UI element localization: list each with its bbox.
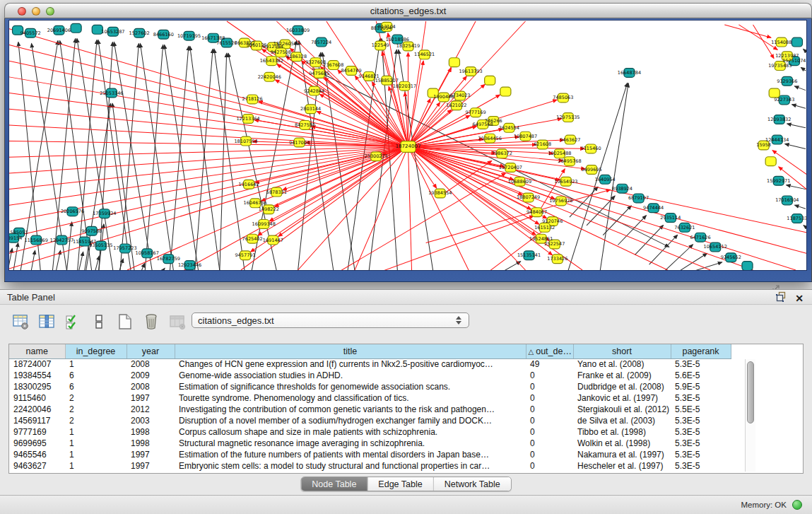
table-row[interactable]: 977716911998Corpus callosum shape and si… xyxy=(9,426,731,438)
column-header-pagerank[interactable]: pagerank xyxy=(671,344,731,358)
cell-out_degree[interactable]: 0 xyxy=(526,415,573,426)
cell-title[interactable]: Tourette syndrome. Phenomenology and cla… xyxy=(175,392,526,404)
cell-year[interactable]: 2012 xyxy=(126,404,175,415)
show-columns-button[interactable] xyxy=(37,313,56,331)
network-canvas[interactable]: 9405572206914061065328715276028466160107… xyxy=(8,20,807,271)
zoom-window-button[interactable] xyxy=(46,7,54,16)
table-selector-dropdown[interactable]: citations_edges.txt xyxy=(192,313,469,328)
cell-year[interactable]: 1997 xyxy=(126,392,175,404)
cell-name[interactable]: 22420046 xyxy=(9,404,65,415)
cell-out_degree[interactable]: 0 xyxy=(526,449,573,460)
cell-pagerank[interactable]: 5.3E-5 xyxy=(671,438,731,449)
cell-short[interactable]: Stergiakouli et al. (2012) xyxy=(573,404,671,415)
cell-out_degree[interactable]: 0 xyxy=(526,460,573,472)
cell-in_degree[interactable]: 2 xyxy=(65,392,126,404)
cell-name[interactable]: 9463627 xyxy=(9,460,65,472)
graph-node[interactable] xyxy=(765,157,776,166)
tab-node-table[interactable]: Node Table xyxy=(301,477,367,491)
resize-grip-icon[interactable] xyxy=(772,282,780,289)
row-selection-mode-button[interactable] xyxy=(64,313,82,331)
cell-short[interactable]: Dudbridge et al. (2008) xyxy=(573,381,671,392)
cell-in_degree[interactable]: 1 xyxy=(65,438,126,449)
cell-out_degree[interactable]: 0 xyxy=(526,370,573,381)
graph-node[interactable] xyxy=(485,76,495,85)
column-header-name[interactable]: name xyxy=(9,344,65,358)
cell-pagerank[interactable]: 5.3E-5 xyxy=(671,392,731,404)
cell-name[interactable]: 9465546 xyxy=(9,449,65,460)
column-header-title[interactable]: title xyxy=(175,344,526,358)
cell-short[interactable]: Wolkin et al. (1998) xyxy=(573,438,671,449)
cell-title[interactable]: Estimation of the future numbers of pati… xyxy=(175,449,526,460)
cell-in_degree[interactable]: 1 xyxy=(65,460,126,472)
table-row[interactable]: 946554611997Estimation of the future num… xyxy=(9,449,731,460)
cell-short[interactable]: Hescheler et al. (1997) xyxy=(573,460,671,472)
cell-pagerank[interactable]: 5.5E-5 xyxy=(671,404,731,415)
cell-in_degree[interactable]: 1 xyxy=(65,449,126,460)
cell-year[interactable]: 1997 xyxy=(126,460,175,472)
cell-out_degree[interactable]: 0 xyxy=(526,438,573,449)
graph-node[interactable] xyxy=(792,37,802,47)
cell-name[interactable]: 9699695 xyxy=(9,438,65,449)
cell-title[interactable]: Structural magnetic resonance image aver… xyxy=(175,438,526,449)
table-vertical-scrollbar[interactable] xyxy=(745,359,755,472)
cell-in_degree[interactable]: 1 xyxy=(65,358,126,370)
cell-year[interactable]: 2008 xyxy=(126,381,175,392)
cell-title[interactable]: Corpus callosum shape and size in male p… xyxy=(175,426,526,438)
cell-in_degree[interactable]: 2 xyxy=(65,404,126,415)
cell-in_degree[interactable]: 6 xyxy=(65,381,126,392)
cell-name[interactable]: 18300295 xyxy=(9,381,65,392)
toggle-row-height-button[interactable] xyxy=(90,313,108,331)
table-row[interactable]: 1830029562008Estimation of significance … xyxy=(9,381,731,392)
cell-pagerank[interactable]: 5.3E-5 xyxy=(671,460,731,472)
cell-title[interactable]: Embryonic stem cells: a model to study s… xyxy=(175,460,526,472)
column-header-in-degree[interactable]: in_degree xyxy=(65,344,126,358)
cell-pagerank[interactable]: 5.9E-5 xyxy=(671,381,731,392)
table-options-button[interactable] xyxy=(11,313,30,331)
cell-out_degree[interactable]: 0 xyxy=(526,426,573,438)
cell-name[interactable]: 18724007 xyxy=(9,358,65,370)
minimize-window-button[interactable] xyxy=(32,7,40,16)
cell-out_degree[interactable]: 49 xyxy=(526,358,573,370)
table-row[interactable]: 969969511998Structural magnetic resonanc… xyxy=(9,438,731,449)
cell-short[interactable]: de Silva et al. (2003) xyxy=(573,415,671,426)
table-row[interactable]: 911546021997Tourette syndrome. Phenomeno… xyxy=(9,392,731,404)
cell-short[interactable]: Tibbo et al. (1998) xyxy=(573,426,671,438)
graph-node[interactable] xyxy=(71,23,81,33)
cell-short[interactable]: Franke et al. (2009) xyxy=(573,370,671,381)
cell-out_degree[interactable]: 0 xyxy=(526,381,573,392)
cell-name[interactable]: 14569117 xyxy=(9,415,65,426)
table-row[interactable]: 946362711997Embryonic stem cells: a mode… xyxy=(9,460,731,472)
cell-short[interactable]: Nakamura et al. (1997) xyxy=(573,449,671,460)
cell-year[interactable]: 2009 xyxy=(126,370,175,381)
table-row[interactable]: 1938455462009Genome-wide association stu… xyxy=(9,370,731,381)
tab-edge-table[interactable]: Edge Table xyxy=(367,477,433,491)
cell-short[interactable]: Yano et al. (2008) xyxy=(573,358,671,370)
cell-name[interactable]: 19384554 xyxy=(9,370,65,381)
cell-name[interactable]: 9777169 xyxy=(9,426,65,438)
cell-pagerank[interactable]: 5.6E-5 xyxy=(671,370,731,381)
graph-node[interactable] xyxy=(449,58,459,67)
column-header-short[interactable]: short xyxy=(573,344,671,358)
float-panel-icon[interactable] xyxy=(776,291,787,305)
cell-year[interactable]: 2008 xyxy=(126,358,175,370)
cell-in_degree[interactable]: 2 xyxy=(65,415,126,426)
close-window-button[interactable] xyxy=(18,7,26,16)
graph-node[interactable] xyxy=(742,262,753,270)
cell-pagerank[interactable]: 5.3E-5 xyxy=(671,415,731,426)
column-header-year[interactable]: year xyxy=(126,344,175,358)
network-window-titlebar[interactable]: citations_edges.txt xyxy=(4,3,812,18)
cell-title[interactable]: Disruption of a novel member of a sodium… xyxy=(175,415,526,426)
cell-year[interactable]: 1998 xyxy=(126,426,175,438)
cell-short[interactable]: Jankovic et al. (1997) xyxy=(573,392,671,404)
column-header-out-degree[interactable]: △out_de… xyxy=(526,344,573,358)
close-panel-icon[interactable]: ✕ xyxy=(795,293,804,304)
cell-out_degree[interactable]: 0 xyxy=(526,404,573,415)
create-table-button[interactable] xyxy=(116,313,134,331)
table-row[interactable]: 1456911722003Disruption of a novel membe… xyxy=(9,415,731,426)
scrollbar-thumb[interactable] xyxy=(747,361,754,424)
cell-pagerank[interactable]: 5.3E-5 xyxy=(671,358,731,370)
delete-table-button[interactable] xyxy=(142,313,160,331)
cell-year[interactable]: 1997 xyxy=(126,449,175,460)
table-row[interactable]: 1872400712008Changes of HCN gene express… xyxy=(9,358,731,370)
graph-node[interactable] xyxy=(769,88,779,98)
